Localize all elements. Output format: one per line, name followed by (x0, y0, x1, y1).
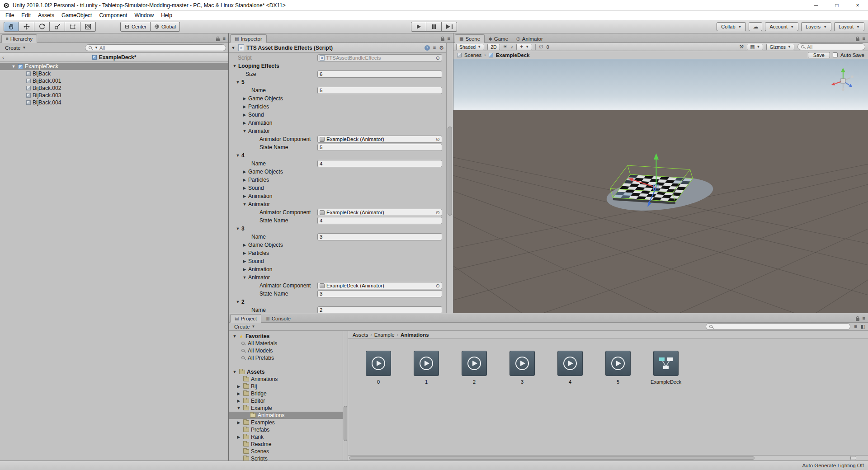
menu-assets[interactable]: Assets (34, 12, 58, 19)
element-3-foldout[interactable]: ▼3 (229, 225, 442, 233)
menu-help[interactable]: Help (157, 12, 176, 19)
folder-prefabs[interactable]: Prefabs (229, 426, 348, 433)
folder-example[interactable]: ▼Example (229, 404, 348, 412)
scale-tool-button[interactable] (50, 22, 65, 32)
maximize-button[interactable]: □ (826, 0, 847, 10)
scene-lighting-toggle-icon[interactable]: ☀ (503, 44, 508, 49)
breadcrumb-animations[interactable]: Animations (401, 332, 429, 338)
element-2-foldout[interactable]: ▼2 (229, 298, 442, 306)
tab-hierarchy[interactable]: ≡ Hierarchy (1, 34, 37, 43)
layers-dropdown[interactable]: Layers▼ (801, 22, 831, 31)
hierarchy-item[interactable]: BijBack.003 (0, 92, 228, 99)
gear-icon[interactable]: ⚙ (439, 45, 444, 51)
zoom-slider[interactable] (850, 456, 856, 460)
favorites-foldout[interactable]: ▼★Favorites (229, 333, 348, 340)
shading-mode-dropdown[interactable]: Shaded▼ (456, 44, 484, 50)
animator-component-field[interactable]: ExampleDeck (Animator) ⊙ (317, 282, 442, 289)
particles-foldout[interactable]: ▶Particles (229, 249, 442, 257)
name-field[interactable]: 2 (317, 306, 442, 313)
state-name-field[interactable]: 5 (317, 144, 442, 151)
asset-anim-0[interactable]: 0 (365, 351, 392, 385)
panel-menu-icon[interactable]: ≡ (223, 36, 226, 41)
breadcrumb-assets[interactable]: Assets (353, 332, 368, 338)
hand-tool-button[interactable] (4, 22, 19, 32)
pause-button[interactable] (426, 22, 442, 32)
tab-inspector[interactable]: ▤ Inspector (230, 34, 267, 43)
element-5-foldout[interactable]: ▼5 (229, 78, 442, 86)
foldout-open-icon[interactable]: ▼ (231, 46, 236, 50)
hierarchy-create-button[interactable]: Create ▼ (2, 45, 28, 51)
menu-file[interactable]: File (2, 12, 18, 19)
lock-icon[interactable] (856, 318, 859, 321)
chevron-left-icon[interactable]: ‹ (2, 55, 4, 60)
folder-bridge[interactable]: ▶Bridge (229, 390, 348, 397)
scene-search-input[interactable]: All (797, 43, 865, 50)
hierarchy-item[interactable]: BijBack.004 (0, 99, 228, 106)
folder-example-animations[interactable]: Animations (229, 412, 348, 419)
layout-dropdown[interactable]: Layout▼ (834, 22, 864, 31)
scene-header-row[interactable]: ‹ ExampleDeck* (0, 53, 228, 62)
hierarchy-search-input[interactable]: ▼ All (85, 44, 226, 51)
editor-tools-icon[interactable]: ⚒ (739, 44, 744, 49)
panel-menu-icon[interactable]: ≡ (863, 36, 865, 41)
particles-foldout[interactable]: ▶Particles (229, 103, 442, 111)
gizmos-dropdown[interactable]: Gizmos▼ (766, 44, 794, 50)
component-header[interactable]: ▼ # TTS Asset Bundle Effects (Script) ? … (229, 43, 453, 53)
looping-effects-foldout[interactable]: ▼ Looping Effects (229, 62, 442, 70)
close-button[interactable]: × (847, 0, 868, 10)
foldout-open-icon[interactable]: ▼ (11, 64, 16, 69)
name-field[interactable]: 5 (317, 87, 442, 94)
account-dropdown[interactable]: Account▼ (765, 22, 798, 31)
menu-component[interactable]: Component (95, 12, 131, 19)
project-footer-scrollbar[interactable] (348, 455, 868, 461)
scene-viewport[interactable] (453, 59, 868, 313)
state-name-field[interactable]: 4 (317, 217, 442, 224)
favorite-all-materials[interactable]: All Materials (229, 340, 348, 347)
camera-settings-dropdown[interactable]: ▦▼ (747, 44, 763, 50)
folder-scenes[interactable]: Scenes (229, 448, 348, 455)
2d-toggle-button[interactable]: 2D (487, 44, 500, 50)
help-icon[interactable]: ? (425, 45, 430, 51)
lock-icon[interactable] (441, 38, 444, 41)
tab-console[interactable]: ▥Console (261, 314, 295, 323)
presets-icon[interactable]: ≡ (433, 45, 436, 50)
hierarchy-item[interactable]: BijBack.001 (0, 77, 228, 85)
cloud-services-button[interactable]: ☁ (749, 22, 762, 31)
save-button[interactable]: Save (808, 52, 830, 58)
search-by-label-icon[interactable]: ◧ (861, 324, 865, 329)
minimize-button[interactable]: ─ (806, 0, 826, 10)
scrollbar-thumb[interactable] (344, 406, 347, 441)
play-button[interactable] (411, 22, 426, 32)
rect-tool-button[interactable] (65, 22, 80, 32)
asset-anim-5[interactable]: 5 (605, 351, 631, 385)
game-objects-foldout[interactable]: ▶Game Objects (229, 168, 442, 176)
animator-foldout[interactable]: ▼Animator (229, 127, 442, 135)
hierarchy-item[interactable]: BijBack (0, 70, 228, 77)
game-objects-foldout[interactable]: ▶Game Objects (229, 94, 442, 103)
animator-component-field[interactable]: ExampleDeck (Animator) ⊙ (317, 136, 442, 143)
asset-anim-3[interactable]: 3 (509, 351, 535, 385)
pivot-global-button[interactable]: Global (151, 22, 180, 32)
panel-menu-icon[interactable]: ≡ (448, 36, 450, 41)
animator-foldout[interactable]: ▼Animator (229, 200, 442, 208)
tab-scene[interactable]: ▦Scene (455, 34, 485, 43)
object-picker-icon[interactable]: ⊙ (436, 137, 440, 142)
effects-dropdown[interactable]: ✦▼ (516, 44, 532, 50)
collab-dropdown[interactable]: Collab▼ (717, 22, 746, 31)
move-tool-button[interactable] (19, 22, 34, 32)
folder-animations[interactable]: Animations (229, 376, 348, 383)
auto-save-checkbox[interactable] (833, 52, 838, 57)
element-4-foldout[interactable]: ▼4 (229, 151, 442, 160)
folder-bij[interactable]: ▶Bij (229, 383, 348, 390)
menu-gameobject[interactable]: GameObject (58, 12, 95, 19)
game-objects-foldout[interactable]: ▶Game Objects (229, 241, 442, 249)
project-create-button[interactable]: Create ▼ (231, 324, 258, 329)
particles-foldout[interactable]: ▶Particles (229, 176, 442, 184)
name-field[interactable]: 3 (317, 233, 442, 240)
lock-icon[interactable] (856, 38, 859, 41)
size-field[interactable]: 6 (317, 70, 442, 78)
animator-component-field[interactable]: ExampleDeck (Animator) ⊙ (317, 209, 442, 216)
breadcrumb-scenes[interactable]: Scenes (464, 52, 481, 58)
rotate-tool-button[interactable] (34, 22, 50, 32)
tab-game[interactable]: ◆Game (485, 34, 512, 43)
